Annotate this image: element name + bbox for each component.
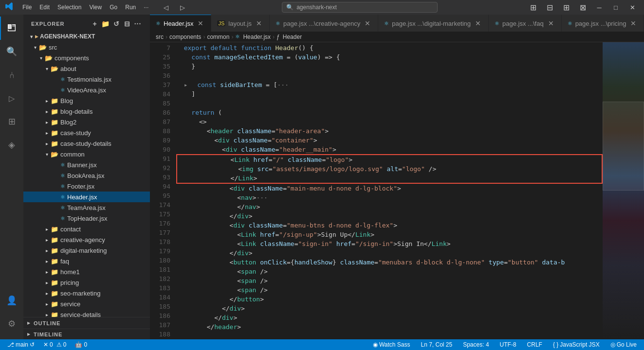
menu-selection[interactable]: Selection xyxy=(55,3,84,12)
minimap-slider[interactable] xyxy=(603,102,644,191)
activity-extensions[interactable]: ⊞ xyxy=(0,110,23,133)
tab-close-2[interactable]: ✕ xyxy=(363,19,372,28)
timeline-section[interactable]: ▸ TIMELINE xyxy=(23,329,150,339)
tab-page-pricing[interactable]: ⚛ page.jsx ...\pricing ✕ xyxy=(562,15,644,32)
tree-blog[interactable]: ▸ 📁 Blog xyxy=(23,95,150,106)
tree-service-details[interactable]: ▸ 📁 service-details xyxy=(23,309,150,317)
menu-run[interactable]: Run xyxy=(122,3,139,12)
tree-root[interactable]: ▾ ▸ AGENSHARK-NEXT xyxy=(23,31,150,42)
watch-sass-status[interactable]: ◉ Watch Sass xyxy=(370,339,413,350)
tree-header-jsx[interactable]: ▸ ⚛ Header.jsx xyxy=(23,192,150,202)
close-btn[interactable]: ✕ xyxy=(626,2,639,12)
code-editor[interactable]: 7 25 35 36 37 84 85 86 87 88 89 90 91 92… xyxy=(150,42,603,339)
layout-btn3[interactable]: ⊞ xyxy=(559,2,573,12)
encoding-status[interactable]: UTF-8 xyxy=(497,339,519,350)
menu-view[interactable]: View xyxy=(86,3,105,12)
tab-page-creative[interactable]: ⚛ page.jsx ...\creative-agency ✕ xyxy=(270,15,378,32)
spaces-status[interactable]: Spaces: 4 xyxy=(460,339,491,350)
tab-close-3[interactable]: ✕ xyxy=(474,19,482,28)
minimize-btn[interactable]: ─ xyxy=(592,2,606,12)
tab-close-5[interactable]: ✕ xyxy=(629,19,638,28)
tree-digital-marketing[interactable]: ▸ 📁 digital-marketing xyxy=(23,245,150,256)
ln-col-status[interactable]: Ln 7, Col 25 xyxy=(418,339,455,350)
menu-go[interactable]: Go xyxy=(107,3,120,12)
collapse-all-icon[interactable]: ⊟ xyxy=(123,19,131,28)
tree-case-study[interactable]: ▸ 📁 case-study xyxy=(23,127,150,138)
chevron-blog2-icon: ▸ xyxy=(43,120,51,125)
tree-banner[interactable]: ▸ ⚛ Banner.jsx xyxy=(23,159,150,170)
layout-btn4[interactable]: ⊠ xyxy=(576,2,589,12)
code-line-188 xyxy=(176,332,603,339)
git-branch-status[interactable]: ⎇ main ↺ xyxy=(5,339,37,350)
tree-components[interactable]: ▾ 📂 components xyxy=(23,52,150,63)
tree-faq[interactable]: ▸ 📁 faq xyxy=(23,256,150,266)
nav-forward[interactable]: ▷ xyxy=(176,2,189,12)
tree-common[interactable]: ▾ 📂 common xyxy=(23,149,150,159)
activity-explorer[interactable] xyxy=(0,17,23,40)
tree-blog2[interactable]: ▸ 📁 Blog2 xyxy=(23,117,150,127)
tree-blog-details[interactable]: ▸ 📁 blog-details xyxy=(23,106,150,117)
refresh-icon[interactable]: ↺ xyxy=(112,19,121,28)
tab-close-0[interactable]: ✕ xyxy=(196,19,205,28)
nav-back[interactable]: ◁ xyxy=(159,2,173,12)
breadcrumb-common[interactable]: common xyxy=(207,34,229,40)
tab-close-4[interactable]: ✕ xyxy=(547,19,555,28)
activity-debug[interactable]: ▷ xyxy=(0,87,23,110)
tree-testimonials[interactable]: ▸ ⚛ Testimonials.jsx xyxy=(23,74,150,85)
chevron-home1-icon: ▸ xyxy=(43,269,51,275)
search-area[interactable]: 🔍 agenshark-next xyxy=(197,2,522,13)
tree-src[interactable]: ▾ 📂 src xyxy=(23,42,150,52)
nav-arrows: ◁ ▷ xyxy=(159,2,189,12)
tree-case-study-details[interactable]: ▸ 📁 case-study-details xyxy=(23,138,150,149)
tab-close-1[interactable]: ✕ xyxy=(255,19,263,28)
new-folder-icon[interactable]: 📁 xyxy=(101,19,110,28)
maximize-btn[interactable]: □ xyxy=(609,2,623,12)
tab-page-faq[interactable]: ⚛ page.jsx ...\faq ✕ xyxy=(489,15,562,32)
tree-videoarea[interactable]: ▸ ⚛ VideoArea.jsx xyxy=(23,85,150,95)
chevron-case-study-icon: ▸ xyxy=(43,130,51,136)
more-actions-icon[interactable]: ··· xyxy=(133,19,142,28)
menu-more[interactable]: ··· xyxy=(141,3,151,12)
tree-footer[interactable]: ▸ ⚛ Footer.jsx xyxy=(23,181,150,192)
problems-icon[interactable]: 🤖 0 xyxy=(73,339,90,350)
tree-pricing[interactable]: ▸ 📁 pricing xyxy=(23,277,150,288)
errors-warnings[interactable]: ✕ 0 ⚠ 0 xyxy=(41,339,69,350)
tab-page-digital[interactable]: ⚛ page.jsx ...\digital-marketing ✕ xyxy=(378,15,489,32)
golive-status[interactable]: ◎ Go Live xyxy=(608,339,639,350)
tree-creative-agency[interactable]: ▸ 📁 creative-agency xyxy=(23,234,150,245)
tab-layout-js[interactable]: JS layout.js ✕ xyxy=(211,15,270,32)
activity-source-control[interactable]: ⑃ xyxy=(0,63,23,87)
activity-settings[interactable]: ⚙ xyxy=(0,312,23,335)
tree-about[interactable]: ▾ 📂 about xyxy=(23,63,150,74)
tab-header-jsx[interactable]: ⚛ Header.jsx ✕ xyxy=(150,15,211,32)
tree-topheader[interactable]: ▸ ⚛ TopHeader.jsx xyxy=(23,213,150,224)
activity-account[interactable]: 👤 xyxy=(0,289,23,312)
language-status[interactable]: { } JavaScript JSX xyxy=(551,339,602,350)
code-content[interactable]: export default function Header() { const… xyxy=(174,42,603,339)
activity-search[interactable]: 🔍 xyxy=(0,40,23,63)
tree-home1[interactable]: ▸ 📁 home1 xyxy=(23,266,150,277)
tree-seo-marketing[interactable]: ▸ 📁 seo-marketing xyxy=(23,288,150,298)
breadcrumb-src[interactable]: src xyxy=(156,34,164,40)
breadcrumb-components[interactable]: components xyxy=(169,34,201,40)
outline-section[interactable]: ▸ OUTLINE xyxy=(23,317,150,329)
tab-label-5: page.jsx ...\pricing xyxy=(575,20,626,27)
seo-folder-icon: 📁 xyxy=(51,290,58,297)
menu-file[interactable]: File xyxy=(19,3,35,12)
tree-contact[interactable]: ▸ 📁 contact xyxy=(23,224,150,234)
menu-edit[interactable]: Edit xyxy=(37,3,53,12)
lineending-status[interactable]: CRLF xyxy=(525,339,545,350)
minimap[interactable] xyxy=(603,42,644,339)
tree-teamarea[interactable]: ▸ ⚛ TeamArea.jsx xyxy=(23,202,150,213)
search-box[interactable]: 🔍 agenshark-next xyxy=(282,2,438,13)
layout-btn1[interactable]: ⊞ xyxy=(526,2,540,12)
chevron-components-icon: ▾ xyxy=(37,55,45,61)
tree-bookarea[interactable]: ▸ ⚛ BookArea.jsx xyxy=(23,170,150,181)
breadcrumb-header-file[interactable]: Header.jsx xyxy=(243,34,271,40)
breadcrumb-header-fn[interactable]: Header xyxy=(283,34,302,40)
menu-bar[interactable]: File Edit Selection View Go Run ··· xyxy=(19,3,151,12)
layout-btn2[interactable]: ⊟ xyxy=(543,2,556,12)
activity-unknown[interactable]: ◈ xyxy=(0,133,23,157)
new-file-icon[interactable]: + xyxy=(91,19,99,28)
tree-service[interactable]: ▸ 📁 service xyxy=(23,298,150,309)
